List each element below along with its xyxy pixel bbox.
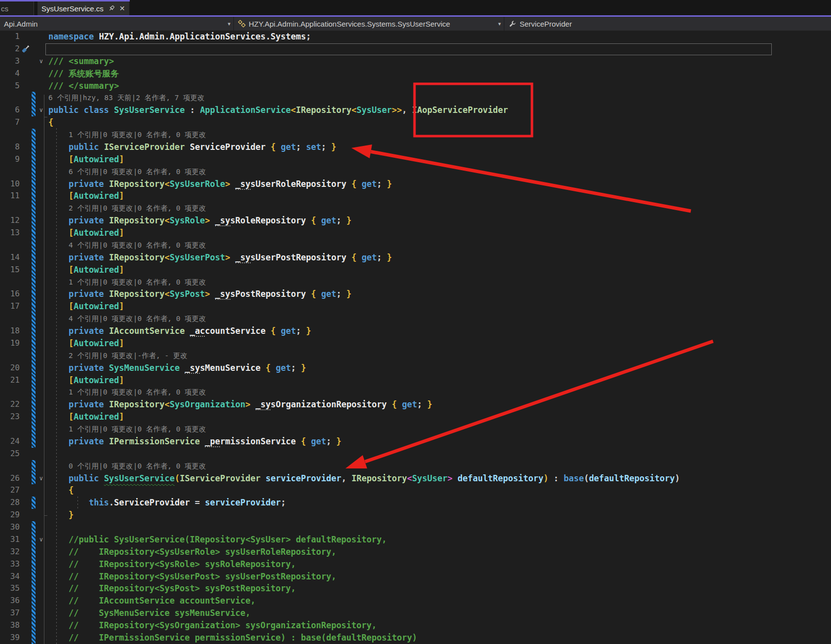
- close-icon[interactable]: ✕: [119, 5, 125, 12]
- tab-sysuserservice[interactable]: SysUserService.cs ✕: [38, 1, 129, 15]
- code-line[interactable]: 2: [0, 43, 831, 55]
- code-line[interactable]: 5/// </summary>: [0, 80, 831, 92]
- line-number[interactable]: 11: [0, 190, 20, 202]
- code-line[interactable]: 39 // IPermissionService permissionServi…: [0, 632, 831, 644]
- line-number[interactable]: 15: [0, 264, 20, 276]
- line-number[interactable]: 32: [0, 546, 20, 558]
- code-line[interactable]: 25: [0, 448, 831, 460]
- line-number[interactable]: 39: [0, 632, 20, 644]
- code-line[interactable]: 24 private IPermissionService _permissio…: [0, 435, 831, 448]
- line-number[interactable]: 29: [0, 509, 20, 521]
- codelens-text[interactable]: 1 个引用|0 项更改|0 名作者, 0 项更改: [69, 276, 206, 288]
- line-number[interactable]: 18: [0, 325, 20, 337]
- codelens-line[interactable]: 1 个引用|0 项更改|0 名作者, 0 项更改: [0, 129, 831, 141]
- code-line[interactable]: 26∨ public SysUserService(IServiceProvid…: [0, 472, 831, 485]
- line-number[interactable]: 38: [0, 619, 20, 632]
- code-line[interactable]: 29 }: [0, 509, 831, 521]
- code-line[interactable]: 14 private IRepository<SysUserPost> _sys…: [0, 251, 831, 264]
- code-line[interactable]: 28 this.ServiceProvider = serviceProvide…: [0, 497, 831, 509]
- line-number[interactable]: 7: [0, 116, 20, 129]
- breadcrumb-project[interactable]: Api.Admin ▾: [0, 17, 234, 31]
- breadcrumb-member[interactable]: ServiceProvider: [504, 17, 831, 31]
- code-line[interactable]: 34 // IRepository<SysUserPost> sysUserPo…: [0, 571, 831, 583]
- line-number[interactable]: 33: [0, 558, 20, 571]
- line-number[interactable]: 28: [0, 497, 20, 509]
- code-line[interactable]: 27 {: [0, 484, 831, 497]
- line-number[interactable]: 9: [0, 153, 20, 166]
- line-number[interactable]: 35: [0, 582, 20, 595]
- collapse-chevron-icon[interactable]: ∨: [39, 534, 43, 546]
- code-line[interactable]: 32 // IRepository<SysUserRole> sysUserRo…: [0, 546, 831, 558]
- code-line[interactable]: 18 private IAccountService _accountServi…: [0, 325, 831, 337]
- collapse-chevron-icon[interactable]: ∨: [39, 472, 43, 485]
- code-line[interactable]: 13 [Autowired]: [0, 227, 831, 239]
- code-line[interactable]: 6∨public class SysUserService : Applicat…: [0, 104, 831, 116]
- code-line[interactable]: 8 public IServiceProvider ServiceProvide…: [0, 141, 831, 153]
- code-line[interactable]: 12 private IRepository<SysRole> _sysRole…: [0, 215, 831, 227]
- code-line[interactable]: 15 [Autowired]: [0, 264, 831, 276]
- codelens-text[interactable]: 1 个引用|0 项更改|0 名作者, 0 项更改: [69, 129, 206, 141]
- codelens-text[interactable]: 6 个引用|0 项更改|0 名作者, 0 项更改: [69, 166, 206, 178]
- code-line[interactable]: 17 [Autowired]: [0, 300, 831, 313]
- codelens-text[interactable]: 4 个引用|0 项更改|0 名作者, 0 项更改: [69, 239, 206, 251]
- code-line[interactable]: 22 private IRepository<SysOrganization> …: [0, 398, 831, 411]
- codelens-line[interactable]: 2 个引用|0 项更改|-作者, - 更改: [0, 350, 831, 362]
- line-number[interactable]: 20: [0, 362, 20, 374]
- codelens-text[interactable]: 2 个引用|0 项更改|0 名作者, 0 项更改: [69, 202, 206, 215]
- line-number[interactable]: 31: [0, 534, 20, 546]
- line-number[interactable]: 3: [0, 55, 20, 68]
- line-number[interactable]: 34: [0, 571, 20, 583]
- line-number[interactable]: 17: [0, 300, 20, 313]
- code-line[interactable]: 31∨ //public SysUserService(IRepository<…: [0, 534, 831, 546]
- code-line[interactable]: 19 [Autowired]: [0, 337, 831, 350]
- line-number[interactable]: 10: [0, 178, 20, 190]
- tab-partial[interactable]: cs: [0, 1, 34, 15]
- codelens-text[interactable]: 0 个引用|0 项更改|0 名作者, 0 项更改: [69, 460, 206, 472]
- line-number[interactable]: 26: [0, 472, 20, 485]
- code-line[interactable]: 10 private IRepository<SysUserRole> _sys…: [0, 178, 831, 190]
- codelens-text[interactable]: 4 个引用|0 项更改|0 名作者, 0 项更改: [69, 313, 206, 325]
- line-number[interactable]: 21: [0, 374, 20, 387]
- line-number[interactable]: 16: [0, 288, 20, 300]
- codelens-text[interactable]: 6 个引用|hzy, 83 天前|2 名作者, 7 项更改: [48, 92, 205, 104]
- line-number[interactable]: 23: [0, 411, 20, 423]
- codelens-line[interactable]: 1 个引用|0 项更改|0 名作者, 0 项更改: [0, 276, 831, 288]
- chevron-down-icon[interactable]: ▾: [498, 21, 501, 27]
- line-number[interactable]: 2: [0, 43, 20, 55]
- line-number[interactable]: 19: [0, 337, 20, 350]
- line-number[interactable]: 4: [0, 68, 20, 80]
- code-line[interactable]: 11 [Autowired]: [0, 190, 831, 202]
- line-number[interactable]: 1: [0, 31, 20, 43]
- line-number[interactable]: 36: [0, 595, 20, 607]
- line-number[interactable]: 5: [0, 80, 20, 92]
- pin-icon[interactable]: [108, 5, 115, 12]
- code-line[interactable]: 3∨/// <summary>: [0, 55, 831, 68]
- line-number[interactable]: 30: [0, 521, 20, 534]
- code-line[interactable]: 16 private IRepository<SysPost> _sysPost…: [0, 288, 831, 300]
- line-number[interactable]: 24: [0, 435, 20, 448]
- code-line[interactable]: 37 // SysMenuService sysMenuService,: [0, 607, 831, 619]
- line-number[interactable]: 13: [0, 227, 20, 239]
- code-line[interactable]: 21 [Autowired]: [0, 374, 831, 387]
- code-line[interactable]: 9 [Autowired]: [0, 153, 831, 166]
- line-number[interactable]: 8: [0, 141, 20, 153]
- line-number[interactable]: 12: [0, 215, 20, 227]
- chevron-down-icon[interactable]: ▾: [227, 21, 230, 27]
- code-editor[interactable]: 1namespace HZY.Api.Admin.ApplicationServ…: [0, 31, 831, 644]
- codelens-line[interactable]: 6 个引用|hzy, 83 天前|2 名作者, 7 项更改: [0, 92, 831, 104]
- codelens-line[interactable]: 4 个引用|0 项更改|0 名作者, 0 项更改: [0, 313, 831, 325]
- collapse-chevron-icon[interactable]: ∨: [39, 104, 43, 116]
- codelens-line[interactable]: 6 个引用|0 项更改|0 名作者, 0 项更改: [0, 166, 831, 178]
- code-line[interactable]: 4/// 系统账号服务: [0, 68, 831, 80]
- codelens-line[interactable]: 0 个引用|0 项更改|0 名作者, 0 项更改: [0, 460, 831, 472]
- codelens-text[interactable]: 2 个引用|0 项更改|-作者, - 更改: [69, 350, 188, 362]
- code-line[interactable]: 38 // IRepository<SysOrganization> sysOr…: [0, 619, 831, 632]
- code-line[interactable]: 35 // IRepository<SysPost> sysPostReposi…: [0, 582, 831, 595]
- quick-actions-screwdriver-icon[interactable]: [21, 44, 30, 54]
- code-line[interactable]: 7{: [0, 116, 831, 129]
- codelens-line[interactable]: 4 个引用|0 项更改|0 名作者, 0 项更改: [0, 239, 831, 251]
- line-number[interactable]: 27: [0, 484, 20, 497]
- codelens-text[interactable]: 1 个引用|0 项更改|0 名作者, 0 项更改: [69, 423, 206, 435]
- code-line[interactable]: 20 private SysMenuService _sysMenuServic…: [0, 362, 831, 374]
- code-line[interactable]: 23 [Autowired]: [0, 411, 831, 423]
